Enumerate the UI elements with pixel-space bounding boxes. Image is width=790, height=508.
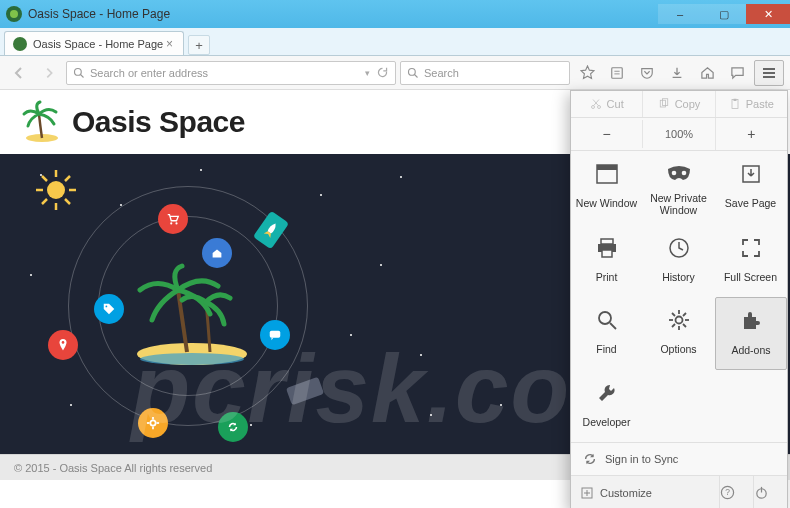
window-close-button[interactable]: ✕ xyxy=(746,4,790,24)
clock-icon xyxy=(668,235,690,261)
tag-orbit-icon xyxy=(94,294,124,324)
window-titlebar: Oasis Space - Home Page – ▢ ✕ xyxy=(0,0,790,28)
svg-point-28 xyxy=(150,420,155,425)
window-favicon xyxy=(6,6,22,22)
svg-line-19 xyxy=(65,176,70,181)
site-brand-text: Oasis Space xyxy=(72,105,245,139)
svg-point-12 xyxy=(47,181,65,199)
address-dropdown-icon[interactable]: ▾ xyxy=(365,68,370,78)
svg-point-48 xyxy=(599,312,611,324)
svg-line-49 xyxy=(610,323,616,329)
wrench-icon xyxy=(596,380,618,406)
menu-customize[interactable]: Customize xyxy=(571,478,719,508)
fullscreen-icon xyxy=(741,235,761,261)
svg-line-18 xyxy=(65,199,70,204)
menu-signin[interactable]: Sign in to Sync xyxy=(571,442,787,475)
svg-line-2 xyxy=(81,74,84,77)
svg-rect-40 xyxy=(597,165,617,170)
zoom-out-button[interactable]: − xyxy=(571,118,642,150)
plus-icon xyxy=(581,487,593,499)
chat-orbit-icon xyxy=(260,320,290,350)
svg-rect-44 xyxy=(601,239,613,244)
search-bar[interactable]: Search xyxy=(400,61,570,85)
search-placeholder: Search xyxy=(424,67,459,79)
menu-options[interactable]: Options xyxy=(643,297,715,370)
address-bar[interactable]: Search or enter address ▾ xyxy=(66,61,396,85)
menu-help-button[interactable]: ? xyxy=(719,476,753,508)
magnifier-icon xyxy=(596,307,618,333)
svg-line-56 xyxy=(683,324,686,327)
sync-icon xyxy=(583,452,597,466)
menu-button[interactable] xyxy=(754,60,784,86)
search-icon xyxy=(73,67,85,79)
back-button[interactable] xyxy=(6,60,32,86)
svg-line-17 xyxy=(42,176,47,181)
svg-point-0 xyxy=(10,10,18,18)
pocket-icon[interactable] xyxy=(634,60,660,86)
hero-illustration xyxy=(30,164,340,444)
svg-point-1 xyxy=(75,68,82,75)
refresh-orbit-icon xyxy=(218,412,248,442)
menu-copy[interactable]: Copy xyxy=(642,91,714,117)
window-maximize-button[interactable]: ▢ xyxy=(702,4,746,24)
browser-tab[interactable]: Oasis Space - Home Page × xyxy=(4,31,184,55)
svg-point-25 xyxy=(62,341,65,344)
menu-power-button[interactable] xyxy=(753,476,787,508)
svg-text:?: ? xyxy=(725,487,730,497)
mask-icon xyxy=(666,161,692,187)
window-icon xyxy=(596,161,618,187)
svg-line-20 xyxy=(42,199,47,204)
menu-history[interactable]: History xyxy=(643,225,715,297)
svg-point-41 xyxy=(671,171,676,176)
tab-close-icon[interactable]: × xyxy=(164,37,175,51)
window-minimize-button[interactable]: – xyxy=(658,4,702,24)
printer-icon xyxy=(596,235,618,261)
palm-logo-icon xyxy=(20,100,64,144)
home-orbit-icon xyxy=(202,238,232,268)
puzzle-icon xyxy=(740,308,762,334)
svg-rect-46 xyxy=(602,250,612,257)
menu-save-page[interactable]: Save Page xyxy=(715,151,787,225)
svg-point-22 xyxy=(140,353,244,365)
gear-icon xyxy=(668,307,690,333)
save-icon xyxy=(741,161,761,187)
site-logo[interactable]: Oasis Space xyxy=(20,100,245,144)
downloads-icon[interactable] xyxy=(664,60,690,86)
island-icon xyxy=(122,262,262,372)
menu-addons[interactable]: Add-ons xyxy=(715,297,787,370)
zoom-value: 100% xyxy=(642,120,714,148)
tab-strip: Oasis Space - Home Page × + xyxy=(0,28,790,56)
satellite-orbit-icon xyxy=(286,377,324,406)
chat-icon[interactable] xyxy=(724,60,750,86)
menu-find[interactable]: Find xyxy=(571,297,643,370)
cart-orbit-icon xyxy=(158,204,188,234)
pin-orbit-icon xyxy=(48,330,78,360)
tab-title: Oasis Space - Home Page xyxy=(33,38,163,50)
menu-private-window[interactable]: New Private Window xyxy=(643,151,715,225)
search-icon xyxy=(407,67,419,79)
svg-point-23 xyxy=(170,222,172,224)
footer-copyright: © 2015 - Oasis Space All rights reserved xyxy=(14,462,212,474)
new-tab-button[interactable]: + xyxy=(188,35,210,55)
menu-paste[interactable]: Paste xyxy=(715,91,787,117)
sun-icon xyxy=(34,168,78,212)
svg-line-55 xyxy=(672,313,675,316)
menu-new-window[interactable]: New Window xyxy=(571,151,643,225)
address-placeholder: Search or enter address xyxy=(90,67,208,79)
menu-cut[interactable]: Cut xyxy=(571,91,642,117)
reload-icon[interactable] xyxy=(376,66,389,79)
menu-fullscreen[interactable]: Full Screen xyxy=(715,225,787,297)
menu-print[interactable]: Print xyxy=(571,225,643,297)
app-menu-panel: Cut Copy Paste − 100% + New Window New P… xyxy=(570,90,788,508)
bookmark-star-icon[interactable] xyxy=(574,60,600,86)
bookmarks-list-icon[interactable] xyxy=(604,60,630,86)
svg-line-4 xyxy=(415,74,418,77)
forward-button[interactable] xyxy=(36,60,62,86)
window-title: Oasis Space - Home Page xyxy=(28,7,658,21)
svg-point-26 xyxy=(106,306,108,308)
home-icon[interactable] xyxy=(694,60,720,86)
menu-developer[interactable]: Developer xyxy=(571,370,643,442)
zoom-in-button[interactable]: + xyxy=(715,118,787,150)
navigation-toolbar: Search or enter address ▾ Search xyxy=(0,56,790,90)
svg-point-50 xyxy=(675,317,682,324)
